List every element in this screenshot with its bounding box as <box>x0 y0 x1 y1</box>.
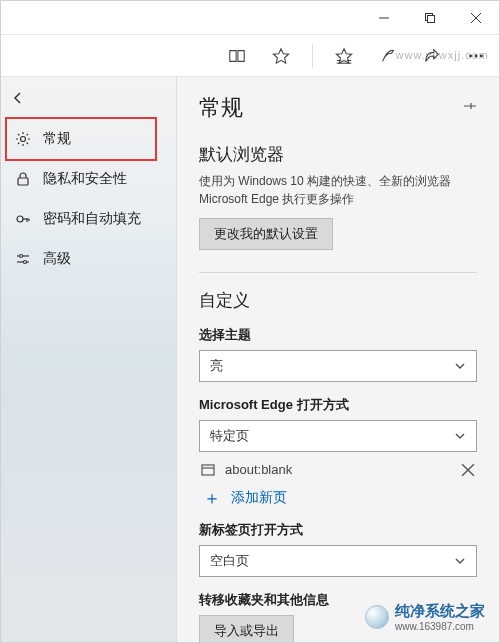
page-title: 常规 <box>199 93 243 123</box>
section-default-browser-desc: 使用为 Windows 10 构建的快速、全新的浏览器 Microsoft Ed… <box>199 172 477 208</box>
sidebar-item-label: 密码和自动填充 <box>43 210 141 228</box>
page-icon <box>201 463 215 477</box>
sidebar-item-label: 高级 <box>43 250 71 268</box>
theme-select[interactable]: 亮 <box>199 350 477 382</box>
settings-content: 常规 默认浏览器 使用为 Windows 10 构建的快速、全新的浏览器 Mic… <box>177 77 499 643</box>
svg-point-10 <box>481 55 483 57</box>
start-page-row: about:blank <box>199 462 477 477</box>
section-default-browser-heading: 默认浏览器 <box>199 143 477 166</box>
add-page-button[interactable]: ＋ 添加新页 <box>199 489 477 507</box>
remove-page-button[interactable] <box>461 463 475 477</box>
svg-point-20 <box>24 261 27 264</box>
chevron-down-icon <box>454 430 466 442</box>
svg-rect-21 <box>202 465 214 475</box>
sidebar-item-advanced[interactable]: 高级 <box>1 239 176 279</box>
favorites-hub-icon[interactable] <box>327 35 361 77</box>
sidebar-item-label: 常规 <box>43 130 71 148</box>
favorite-star-icon[interactable] <box>264 35 298 77</box>
add-page-label: 添加新页 <box>231 489 287 507</box>
chevron-down-icon <box>454 360 466 372</box>
sidebar-item-passwords[interactable]: 密码和自动填充 <box>1 199 176 239</box>
key-icon <box>15 211 31 227</box>
import-export-button[interactable]: 导入或导出 <box>199 615 294 643</box>
svg-point-19 <box>20 255 23 258</box>
svg-rect-12 <box>18 178 28 185</box>
svg-point-11 <box>21 137 26 142</box>
more-icon[interactable] <box>459 35 493 77</box>
sliders-icon <box>15 251 31 267</box>
open-with-select[interactable]: 特定页 <box>199 420 477 452</box>
lock-icon <box>15 171 31 187</box>
newtab-select[interactable]: 空白页 <box>199 545 477 577</box>
transfer-label: 转移收藏夹和其他信息 <box>199 591 477 609</box>
sidebar-item-label: 隐私和安全性 <box>43 170 127 188</box>
minimize-button[interactable] <box>361 1 407 35</box>
sidebar-item-general[interactable]: 常规 <box>1 119 176 159</box>
newtab-select-value: 空白页 <box>210 552 249 570</box>
chevron-down-icon <box>454 555 466 567</box>
close-button[interactable] <box>453 1 499 35</box>
open-with-select-value: 特定页 <box>210 427 249 445</box>
svg-point-13 <box>17 216 23 222</box>
share-icon[interactable] <box>415 35 449 77</box>
settings-sidebar: 常规 隐私和安全性 密码和自动填充 高级 <box>1 77 177 643</box>
start-page-url[interactable]: about:blank <box>225 462 451 477</box>
open-with-label: Microsoft Edge 打开方式 <box>199 396 477 414</box>
toolbar-divider <box>312 44 313 68</box>
svg-point-9 <box>475 55 477 57</box>
back-button[interactable] <box>1 77 176 119</box>
section-divider <box>199 272 477 273</box>
pin-button[interactable] <box>461 98 477 118</box>
section-customize-heading: 自定义 <box>199 289 477 312</box>
change-default-button[interactable]: 更改我的默认设置 <box>199 218 333 250</box>
browser-toolbar <box>1 35 499 77</box>
reading-view-icon[interactable] <box>220 35 254 77</box>
plus-icon: ＋ <box>203 489 221 507</box>
gear-icon <box>15 131 31 147</box>
svg-point-8 <box>470 55 472 57</box>
theme-label: 选择主题 <box>199 326 477 344</box>
svg-rect-2 <box>428 15 435 22</box>
newtab-label: 新标签页打开方式 <box>199 521 477 539</box>
sidebar-item-privacy[interactable]: 隐私和安全性 <box>1 159 176 199</box>
theme-select-value: 亮 <box>210 357 223 375</box>
notes-icon[interactable] <box>371 35 405 77</box>
maximize-button[interactable] <box>407 1 453 35</box>
window-titlebar <box>1 1 499 35</box>
